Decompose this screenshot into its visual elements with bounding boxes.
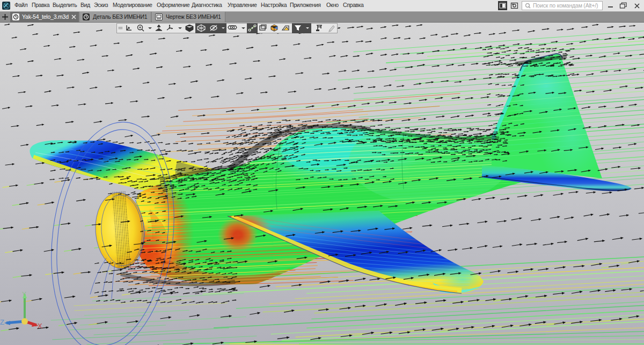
svg-text:Y: Y [22, 291, 26, 298]
svg-text:Z: Z [0, 318, 4, 326]
svg-text:X: X [38, 322, 42, 330]
